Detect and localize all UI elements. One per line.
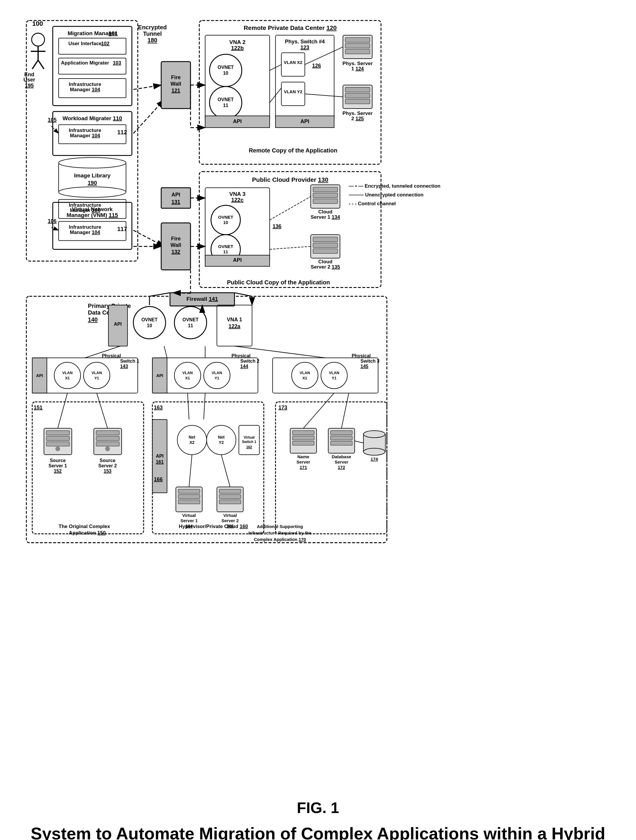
ref-126: 126	[312, 63, 321, 69]
svg-point-17	[58, 187, 126, 197]
name-server-label: Name	[298, 454, 309, 459]
infra-mgr-104a-label2: Manager 104	[70, 87, 101, 92]
phys-switch2-label: Physical	[231, 353, 250, 358]
vna2-num: 122b	[231, 45, 244, 51]
svg-rect-111	[219, 489, 241, 493]
svg-point-70	[133, 306, 165, 339]
vlan-x1-b: VLAN	[183, 371, 193, 375]
user-interface-num: 102	[101, 41, 109, 46]
api-primary: API	[114, 322, 122, 327]
svg-point-3	[31, 33, 44, 46]
virtual-switch1-label: Virtual	[244, 436, 255, 439]
svg-line-139	[235, 293, 252, 296]
image-library-num: 190	[88, 180, 97, 186]
ovnet11-remote-num: 11	[223, 103, 228, 108]
svg-line-117	[221, 455, 230, 487]
vlan-y1-a: VLAN	[91, 371, 102, 375]
cloud-server1-label2: Server 1 134	[310, 214, 340, 220]
legend-control-line: - - - Control channel	[349, 201, 396, 207]
svg-point-93	[55, 447, 60, 451]
ovnet11-primary-num: 11	[188, 323, 193, 328]
svg-line-46	[305, 94, 343, 97]
api-public: API	[233, 257, 242, 263]
migration-manager-num: 101	[109, 30, 118, 36]
svg-point-129	[364, 448, 385, 455]
db-server-label: Database	[332, 454, 351, 459]
firewall-132-label2: Wall	[170, 242, 181, 248]
svg-point-82	[291, 362, 318, 389]
svg-point-83	[321, 362, 348, 389]
svg-line-45	[305, 47, 343, 65]
page-container: End User 195 100 Migration Manager 101 U…	[0, 0, 636, 840]
svg-line-115	[204, 393, 205, 420]
svg-point-16	[58, 158, 126, 168]
svg-rect-40	[345, 87, 370, 92]
phys-switch1-num: 143	[120, 364, 128, 369]
phys-server2-num: 2 125	[351, 116, 364, 122]
svg-rect-120	[292, 431, 314, 435]
ovnet11-remote: OVNET	[218, 97, 234, 102]
vna3-num: 122c	[231, 197, 244, 203]
svg-rect-125	[331, 436, 353, 440]
svg-rect-124	[331, 431, 353, 435]
app-migrater-label: Application Migrater	[61, 60, 109, 66]
phys-switch3-label: Physical	[352, 353, 371, 358]
svg-rect-38	[345, 49, 370, 54]
virtual-switch1-num: 162	[246, 445, 252, 449]
virtual-server1-label2: Server 1	[181, 518, 198, 523]
phys-switch3-num: 145	[361, 364, 368, 369]
ovnet10-public: OVNET	[218, 215, 233, 219]
image-library-label: Image Library	[74, 172, 111, 178]
end-user-num: 195	[25, 83, 34, 88]
vna3-label: VNA 3	[229, 191, 246, 197]
svg-point-28	[209, 54, 242, 87]
phys-switch4-num: 123	[300, 44, 309, 51]
svg-rect-112	[219, 494, 241, 499]
firewall-121-label: Fire	[171, 74, 181, 81]
net-y2-num: Y2	[219, 440, 224, 445]
phys-server1-num: 1 124	[351, 66, 364, 71]
vlan-y1-a2: Y1	[94, 376, 99, 380]
public-copy-label: Public Cloud Copy of the Application	[227, 279, 330, 286]
ovnet11-public: OVNET	[218, 244, 233, 249]
vlan-y1-b: VLAN	[212, 371, 222, 375]
svg-point-29	[209, 87, 242, 119]
fig-label: FIG. 1	[17, 799, 619, 816]
primary-dc-num: 140	[88, 316, 98, 323]
virtual-server1-label: Virtual	[182, 513, 196, 518]
virtual-server2-label: Virtual	[223, 513, 237, 518]
svg-rect-95	[96, 431, 119, 435]
svg-rect-122	[292, 441, 314, 445]
svg-rect-24	[161, 188, 190, 208]
svg-rect-101	[152, 402, 264, 534]
source-server1-label: Source	[50, 458, 66, 463]
svg-line-116	[189, 455, 192, 487]
supporting-infra-label: Additional Supporting	[257, 524, 303, 529]
name-server-label2: Server	[296, 459, 310, 464]
svg-line-6	[32, 60, 38, 69]
svg-rect-61	[313, 243, 337, 248]
ref-166: 166	[154, 477, 162, 482]
api-hyp: API	[156, 453, 164, 459]
svg-point-79	[174, 362, 201, 389]
svg-rect-67	[26, 296, 387, 542]
phys-switch4-label: Phys. Switch #4	[285, 39, 324, 44]
phys-switch3-label2: Switch 3	[361, 358, 380, 363]
api-131-num: 131	[172, 199, 180, 205]
encrypted-tunnel-label: Encrypted	[138, 24, 167, 30]
firewall-132-num: 132	[172, 249, 180, 255]
ovnet11-public-num: 11	[223, 249, 228, 254]
svg-rect-118	[275, 402, 387, 534]
svg-rect-56	[313, 187, 337, 192]
remote-dc-label: Remote Private Data Center 120	[244, 24, 337, 31]
svg-rect-62	[313, 249, 337, 253]
virtual-server2-num: 165	[227, 523, 234, 528]
vlan-x1-a: VLAN	[62, 371, 72, 375]
ovnet10-remote-num: 10	[223, 71, 228, 76]
cloud-server2-label: Cloud	[318, 259, 332, 264]
svg-line-7	[38, 60, 44, 69]
db-server-label2: Server	[335, 459, 348, 464]
infra-mgr-104b-label: Infrastructure	[69, 128, 101, 133]
svg-line-130	[355, 441, 364, 443]
public-cloud-label: Public Cloud Provider 130	[252, 176, 328, 183]
